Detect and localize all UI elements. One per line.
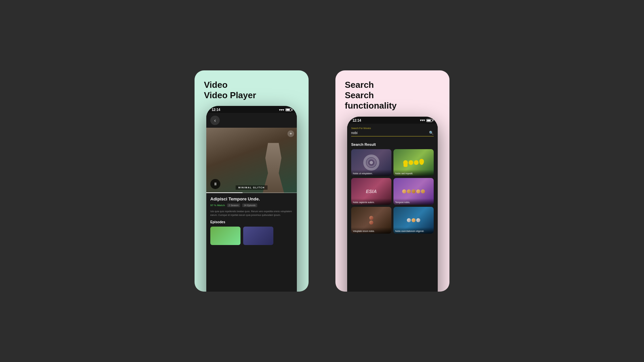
status-time-right: 12:14 [353,119,361,122]
card-left-title-line2: Video Player [204,90,256,100]
result-label-1: Nobis ut voluptatem. [351,170,391,176]
search-input[interactable] [351,131,429,135]
result-label-3: Nobis sapiente autem. [351,198,391,205]
search-results-label: Search Result [347,139,438,149]
svg-point-2 [370,161,373,164]
cartoon-graphic [402,159,425,166]
video-player-phone: 12:14 ▾▾▾ ‹ + [206,106,297,292]
video-title-overlay: MINIMAL GLITCH [236,185,268,190]
search-result-5[interactable]: Voluptate rerum nobis. [351,207,391,234]
video-info: Adipisci Tempore Unde. 97 % Match 2 Seas… [206,193,297,292]
video-player-label: Video Video Player [195,70,309,106]
search-result-2[interactable]: Nobis sed impedit. [393,149,434,176]
status-time-left: 12:14 [212,108,220,112]
search-card: Search Search functionality 12:14 ▾▾▾ [335,70,449,292]
card-right-title-line2: Search [345,90,374,100]
video-player-screen: ‹ + ⏸ MINIMAL GLITCH Adipisci [206,113,297,292]
search-result-3[interactable]: ESIA Nobis sapiente autem. [351,178,391,205]
show-title: Adipisci Tempore Unde. [210,196,293,201]
text-graphic-esia: ESIA [366,189,377,194]
back-button[interactable]: ‹ [210,116,220,125]
video-hero: + ⏸ MINIMAL GLITCH [206,128,297,193]
add-button[interactable]: + [287,130,294,137]
episodes-row [210,227,293,245]
episode-thumb-2[interactable] [243,227,273,245]
search-label: Search Search functionality [335,70,449,117]
search-screen: Search For Movies 🔍 Search Result [347,124,438,292]
status-bar-right: 12:14 ▾▾▾ [347,117,438,124]
cartoon-face-4 [419,159,424,165]
card-right-title-line1: Search [345,80,374,90]
search-icon[interactable]: 🔍 [429,131,434,135]
group-graphic-6 [407,218,420,222]
video-meta: 97 % Match 2 Season 24 Episods [210,203,293,207]
video-progress-bar[interactable] [206,192,297,193]
search-result-1[interactable]: Nobis ut voluptatem. [351,149,391,176]
pause-button[interactable]: ⏸ [210,179,220,189]
search-result-4[interactable]: Tempore nobis. [393,178,434,205]
video-progress-fill [206,192,243,193]
battery-icon-right [426,119,432,122]
search-result-6[interactable]: Nobis exercitationem eligendi. [393,207,434,234]
match-badge: 97 % Match [210,204,225,207]
episodes-badge: 24 Episods [242,203,257,207]
cartoon-face-3 [414,160,419,165]
result-label-6: Nobis exercitationem eligendi. [393,227,434,234]
video-player-phone-wrapper: 12:14 ▾▾▾ ‹ + [195,106,309,292]
search-results-grid: Nobis ut voluptatem. [347,149,438,234]
season-badge: 2 Season [227,203,240,207]
cartoon-face-2 [409,160,413,165]
search-phone-wrapper: 12:14 ▾▾▾ Search For Movies [335,117,449,292]
card-right-title-line3: functionality [345,101,397,111]
result-label-4: Tempore nobis. [393,198,434,205]
episode-thumb-1[interactable] [210,227,240,245]
video-player-card: Video Video Player 12:14 ▾▾▾ [195,70,309,292]
group-graphic-5 [369,216,373,225]
battery-icon [285,108,291,111]
people-graphic [402,189,425,193]
status-bar-left: 12:14 ▾▾▾ [206,106,297,113]
result-label-5: Voluptate rerum nobis. [351,227,391,234]
back-bar: ‹ [206,113,297,128]
scene: Video Video Player 12:14 ▾▾▾ [195,70,449,292]
search-row: 🔍 [351,131,434,136]
status-icons-right: ▾▾▾ [420,119,432,122]
wifi-icon-right: ▾▾▾ [420,119,425,122]
status-icons-left: ▾▾▾ [279,108,291,112]
swirl-graphic [363,154,380,171]
episodes-section-label: Episodes [210,220,293,224]
search-area: Search For Movies 🔍 [347,124,438,139]
video-description: Isto quia quis repellendis beatae quos. … [210,210,293,217]
search-field-label: Search For Movies [351,127,434,129]
card-left-title-line1: Video [204,80,227,90]
wifi-icon: ▾▾▾ [279,108,284,112]
cartoon-face-1 [403,160,408,165]
result-label-2: Nobis sed impedit. [393,170,434,176]
search-phone: 12:14 ▾▾▾ Search For Movies [347,117,438,292]
